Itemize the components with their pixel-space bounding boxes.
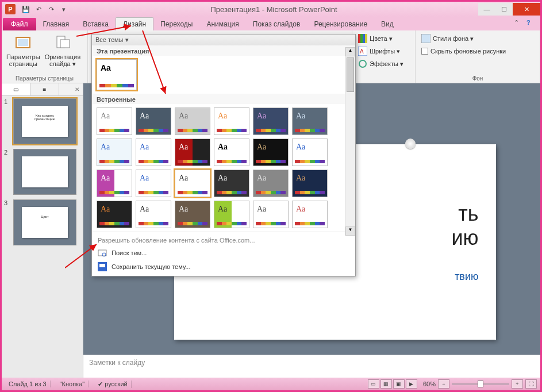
zoom-in-button[interactable]: +: [512, 379, 523, 389]
gallery-section-this: Эта презентация: [92, 45, 355, 56]
theme-tile[interactable]: Aa: [97, 139, 132, 166]
theme-tile[interactable]: Aa: [253, 139, 289, 166]
maximize-button[interactable]: ☐: [495, 3, 513, 16]
colors-button[interactable]: Цвета ▾: [356, 33, 412, 44]
minimize-button[interactable]: —: [478, 3, 495, 16]
theme-tile[interactable]: Aa: [214, 201, 249, 228]
page-setup-label: Параметры страницы: [6, 53, 40, 67]
notes-pane[interactable]: Заметки к слайду: [83, 355, 540, 378]
zoom-out-button[interactable]: −: [438, 379, 449, 389]
theme-tile[interactable]: Aa: [292, 201, 328, 228]
file-tab[interactable]: Файл: [3, 18, 36, 30]
save-theme-icon: [98, 262, 107, 271]
scroll-down-button[interactable]: ▼: [345, 226, 355, 236]
theme-tile[interactable]: Aa: [214, 107, 249, 135]
tab-animation[interactable]: Анимация: [199, 18, 245, 30]
theme-tile[interactable]: Aa: [175, 107, 210, 135]
theme-tile[interactable]: Aa: [292, 107, 328, 135]
browse-icon: [98, 248, 107, 258]
gallery-footer: Разрешить обновление контента с сайта Of…: [92, 232, 355, 276]
slides-tab[interactable]: ▭: [2, 83, 30, 95]
theme-tile[interactable]: Aa: [253, 201, 289, 228]
tab-design[interactable]: Дизайн: [116, 17, 153, 30]
effects-button[interactable]: Эффекты ▾: [356, 58, 412, 70]
slide-thumb-1[interactable]: Как создать презентацию: [13, 98, 76, 144]
sorter-view-button[interactable]: ▦: [380, 379, 392, 389]
fit-slide-button[interactable]: ⛶: [525, 379, 537, 389]
fonts-icon: A: [358, 47, 367, 56]
theme-tile[interactable]: Aa: [175, 170, 210, 197]
slides-panel-close[interactable]: ✕: [71, 83, 83, 95]
redo-button[interactable]: ↷: [45, 3, 57, 15]
theme-tile[interactable]: Aa: [136, 139, 171, 166]
hide-bg-check[interactable]: Скрыть фоновые рисунки: [419, 47, 536, 56]
group-page-setup-label: Параметры страницы: [5, 74, 84, 82]
theme-tile[interactable]: Aa: [253, 170, 289, 197]
orientation-icon: [53, 34, 72, 52]
scroll-thumb[interactable]: [347, 57, 354, 92]
theme-tile[interactable]: Aa: [136, 170, 171, 197]
tab-review[interactable]: Рецензирование: [307, 18, 374, 30]
help-icon[interactable]: ?: [526, 19, 536, 28]
status-slide-count: Слайд 1 из 3: [5, 381, 51, 387]
theme-tile[interactable]: Aa: [253, 107, 289, 135]
zoom-thumb[interactable]: [478, 381, 483, 387]
theme-tile[interactable]: Aa: [97, 107, 132, 135]
tab-transitions[interactable]: Переходы: [153, 18, 199, 30]
qat-customize[interactable]: ▾: [58, 3, 70, 15]
theme-tile[interactable]: Aa: [214, 170, 249, 197]
tab-insert[interactable]: Вставка: [76, 18, 116, 30]
fonts-button[interactable]: A Шрифты ▾: [356, 45, 412, 57]
spellcheck-icon: ✔: [98, 381, 103, 387]
close-button[interactable]: ✕: [513, 3, 540, 16]
theme-tile[interactable]: Aa: [292, 170, 328, 197]
slideshow-view-button[interactable]: ▶: [406, 379, 417, 389]
gallery-scrollbar[interactable]: ▲ ▼: [345, 47, 355, 236]
theme-tile[interactable]: Aa: [292, 139, 328, 166]
group-page-setup: Параметры страницы Ориентация слайда ▾ П…: [2, 30, 88, 83]
theme-tile[interactable]: Aa: [97, 170, 132, 197]
hide-bg-checkbox[interactable]: [421, 48, 428, 55]
slide-thumbnails: 1 Как создать презентацию 2 3 Цвет: [2, 96, 83, 378]
scroll-up-button[interactable]: ▲: [345, 47, 355, 56]
slide-thumb-2[interactable]: [13, 149, 76, 195]
save-button[interactable]: 💾: [20, 3, 32, 15]
normal-view-button[interactable]: ▭: [368, 379, 379, 389]
slide-subtitle-text: твию: [455, 271, 478, 283]
theme-current[interactable]: Aa: [97, 59, 137, 90]
gallery-office-update[interactable]: Разрешить обновление контента с сайта Of…: [92, 235, 355, 246]
slide-title-text: ть ию: [451, 202, 478, 250]
ribbon-tabs: Файл Главная Вставка Дизайн Переходы Ани…: [2, 17, 540, 30]
reading-view-button[interactable]: ▣: [393, 379, 405, 389]
status-language[interactable]: ✔ русский: [94, 381, 132, 388]
theme-tile[interactable]: Aa: [175, 139, 210, 166]
ribbon-minimize-icon[interactable]: ⌃: [514, 19, 523, 28]
theme-tile[interactable]: Aa: [97, 201, 132, 228]
orientation-button[interactable]: Ориентация слайда ▾: [44, 33, 82, 69]
gallery-builtin-grid: AaAaAaAaAaAaAaAaAaAaAaAaAaAaAaAaAaAaAaAa…: [92, 104, 355, 232]
theme-tile[interactable]: Aa: [175, 201, 210, 228]
zoom-level: 60%: [423, 381, 436, 387]
window-controls: — ☐ ✕: [478, 3, 540, 16]
outline-tab[interactable]: ≡: [30, 83, 59, 95]
group-theme-variants: Цвета ▾ A Шрифты ▾ Эффекты ▾: [352, 30, 416, 83]
undo-button[interactable]: ↶: [33, 3, 44, 15]
bg-styles-button[interactable]: Стили фона ▾: [419, 33, 536, 44]
slide-thumb-3[interactable]: Цвет: [13, 199, 76, 245]
ribbon-help-area: ⌃ ?: [514, 19, 536, 28]
theme-tile[interactable]: Aa: [214, 139, 249, 166]
tab-slideshow[interactable]: Показ слайдов: [246, 18, 307, 30]
tab-home[interactable]: Главная: [36, 18, 76, 30]
svg-rect-6: [363, 34, 365, 43]
svg-rect-15: [99, 264, 105, 267]
zoom-slider[interactable]: [452, 383, 509, 385]
orientation-label: Ориентация слайда ▾: [45, 53, 80, 68]
gallery-save-theme[interactable]: Сохранить текущую тему...: [92, 260, 355, 274]
bg-styles-icon: [421, 34, 430, 43]
page-setup-button[interactable]: Параметры страницы: [5, 33, 41, 68]
tab-view[interactable]: Вид: [374, 18, 401, 30]
theme-tile[interactable]: Aa: [136, 201, 171, 228]
theme-tile[interactable]: Aa: [136, 107, 171, 135]
gallery-browse-themes[interactable]: Поиск тем...: [92, 246, 355, 260]
gallery-header[interactable]: Все темы ▾: [92, 34, 355, 45]
